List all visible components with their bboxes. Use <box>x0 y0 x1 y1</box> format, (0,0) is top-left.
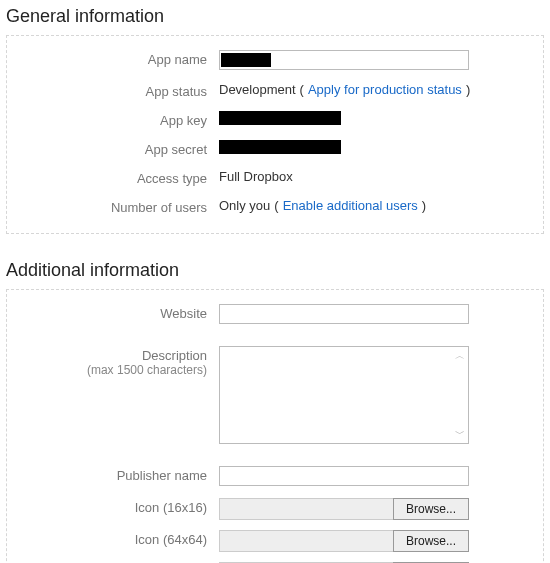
additional-section: Website Description (max 1500 characters… <box>6 289 544 563</box>
redacted-app-name <box>221 53 271 67</box>
sublabel-description: (max 1500 characters) <box>7 363 207 377</box>
publisher-input[interactable] <box>219 466 469 486</box>
redacted-app-key <box>219 111 341 125</box>
row-icon16: Icon (16x16) Browse... <box>7 498 527 520</box>
row-app-secret: App secret <box>7 140 527 157</box>
paren-open-users: ( <box>274 198 278 213</box>
row-app-key: App key <box>7 111 527 128</box>
paren-open-status: ( <box>300 82 304 97</box>
paren-close-users: ) <box>422 198 426 213</box>
enable-users-link[interactable]: Enable additional users <box>283 198 418 213</box>
app-status-value: Development <box>219 82 296 97</box>
general-section: App name App status Development (Apply f… <box>6 35 544 234</box>
users-value: Only you <box>219 198 270 213</box>
row-icon64: Icon (64x64) Browse... <box>7 530 527 552</box>
label-website: Website <box>7 304 219 321</box>
description-textarea[interactable] <box>219 346 469 444</box>
apply-production-link[interactable]: Apply for production status <box>308 82 462 97</box>
row-website: Website <box>7 304 527 324</box>
row-users: Number of users Only you (Enable additio… <box>7 198 527 215</box>
additional-title: Additional information <box>6 260 544 281</box>
label-publisher: Publisher name <box>7 466 219 483</box>
label-app-name: App name <box>7 50 219 67</box>
label-icon16: Icon (16x16) <box>7 498 219 515</box>
access-type-value: Full Dropbox <box>219 169 293 184</box>
label-app-key: App key <box>7 111 219 128</box>
label-description: Description <box>142 348 207 363</box>
label-access-type: Access type <box>7 169 219 186</box>
label-app-secret: App secret <box>7 140 219 157</box>
label-icon64: Icon (64x64) <box>7 530 219 547</box>
paren-close-status: ) <box>466 82 470 97</box>
row-app-status: App status Development (Apply for produc… <box>7 82 527 99</box>
icon64-path <box>219 530 393 552</box>
row-publisher: Publisher name <box>7 466 527 486</box>
label-users: Number of users <box>7 198 219 215</box>
icon64-browse-button[interactable]: Browse... <box>393 530 469 552</box>
icon16-browse-button[interactable]: Browse... <box>393 498 469 520</box>
row-description: Description (max 1500 characters) ︿ ﹀ <box>7 346 527 444</box>
row-access-type: Access type Full Dropbox <box>7 169 527 186</box>
icon16-path <box>219 498 393 520</box>
website-input[interactable] <box>219 304 469 324</box>
label-app-status: App status <box>7 82 219 99</box>
redacted-app-secret <box>219 140 341 154</box>
general-title: General information <box>6 6 544 27</box>
row-app-name: App name <box>7 50 527 70</box>
